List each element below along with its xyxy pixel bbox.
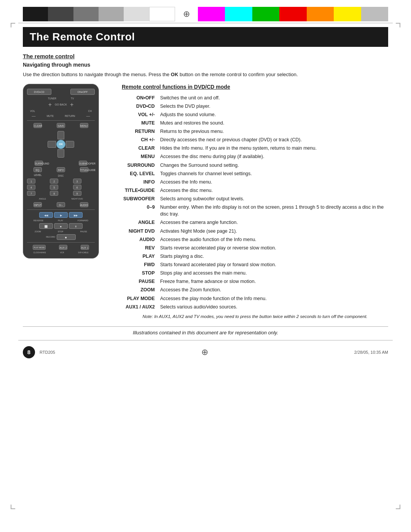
ok-btn[interactable]: OK [56, 140, 65, 149]
disc-row: DISC [27, 174, 95, 177]
info-btn[interactable]: INFO [57, 167, 65, 172]
dpad-up[interactable] [57, 131, 64, 139]
btn-8[interactable]: 8 [50, 191, 58, 196]
btn-4[interactable]: 4 [27, 185, 35, 190]
pause-btn[interactable]: ⏸ [69, 223, 83, 229]
btn-5[interactable]: 5 [50, 185, 58, 190]
function-key: SURROUND [122, 161, 159, 169]
play-mode-btn[interactable]: PLAY MODE [33, 245, 46, 250]
function-key: VOL +/- [122, 110, 159, 119]
bottom-mode-row: PLAY MODE AUX 2 AUX 1 [27, 245, 95, 250]
angle-label: ANGLE [39, 198, 46, 200]
input-btn[interactable]: INPUT [33, 202, 42, 207]
dpad-down[interactable] [57, 149, 64, 158]
dpad-right[interactable] [66, 141, 74, 148]
top-color-bar: ⊕ [23, 7, 388, 21]
two-col-layout: DVD•CD ON•OFF TUNER TV + GO BACK + [23, 84, 388, 320]
save-btn[interactable]: SAVE [57, 123, 65, 128]
rev-play-fwd-labels: REVERSE PLAY FORWARD [27, 219, 95, 222]
reverse-label: REVERSE [33, 219, 43, 222]
dpad: OK [48, 131, 74, 158]
function-key: 0–9 [122, 203, 159, 218]
clear-btn[interactable]: CLEAR [33, 123, 42, 128]
forward-btn[interactable]: ▶▶ [69, 212, 83, 218]
record-btn[interactable]: ⏺ [57, 234, 76, 240]
zero-btn[interactable]: 0/-- [57, 202, 65, 207]
function-key: MUTE [122, 119, 159, 127]
function-row: MENU Accesses the disc menu during play … [122, 152, 388, 161]
surround-btn[interactable]: SURROUND [35, 161, 43, 166]
color-lightgray [99, 7, 124, 21]
footer-illustration-note: Illustrations contained in this document… [23, 330, 388, 335]
function-row: CH +/- Directly accesses the next or pre… [122, 136, 388, 144]
function-desc: Selects various audio/video sources. [159, 303, 388, 311]
menu-btn[interactable]: MENU [80, 123, 88, 128]
btn-night-9[interactable]: 9 [73, 191, 81, 196]
disc-label: DISC [58, 174, 64, 177]
function-row: AUX1 / AUX2 Selects various audio/video … [122, 303, 388, 311]
dpad-left[interactable] [48, 141, 56, 148]
tuner-tv-row: TUNER TV [27, 97, 95, 100]
function-desc: Number entry. When the info display is n… [159, 203, 388, 218]
function-key: RETURN [122, 127, 159, 136]
function-row: MUTE Mutes and restores the sound. [122, 119, 388, 127]
zoom-label: ZOOM [35, 230, 41, 233]
footer-divider [23, 326, 388, 327]
function-row: 0–9 Number entry. When the info display … [122, 203, 388, 218]
note-text: Note: In AUX1, AUX2 and TV modes, you ne… [122, 313, 388, 320]
transport-row1: ◀◀ ▶ ▶▶ [27, 212, 95, 218]
color-orange [307, 7, 334, 21]
btn-6[interactable]: 6 [73, 185, 81, 190]
function-key: AUDIO [122, 235, 159, 244]
function-key: DVD•CD [122, 102, 159, 110]
color-verylightgray [124, 7, 149, 21]
function-row: PLAY Starts playing a disc. [122, 252, 388, 260]
subwoofer-btn[interactable]: SUBWOOFER [79, 161, 87, 166]
function-desc: Accesses the disc menu. [159, 186, 388, 195]
reverse-btn[interactable]: ◀◀ [39, 212, 53, 218]
function-row: EQ. LEVEL Toggles channels for channel l… [122, 169, 388, 178]
page-border-bottom [18, 340, 393, 340]
btn-1[interactable]: 1 [27, 179, 35, 184]
dvd-cd-btn[interactable]: DVD•CD [27, 89, 51, 95]
clock-wake-label: CLOCK•WAKE [33, 251, 46, 254]
intro-text: Use the direction buttons to navigate th… [23, 71, 335, 78]
aux1-btn[interactable]: AUX 1 [81, 245, 89, 250]
function-desc: Starts playing a disc. [159, 252, 388, 260]
audio-btn[interactable]: AUDIO [80, 202, 88, 207]
divider3 [27, 242, 95, 243]
stop-btn[interactable]: ■ [54, 223, 68, 229]
function-desc: Stops play and accesses the main menu. [159, 269, 388, 277]
clear-save-menu-row: CLEAR SAVE MENU [27, 123, 95, 128]
function-key: PLAY MODE [122, 294, 159, 303]
doc-id: RTD205 [40, 350, 55, 355]
aux2-btn[interactable]: AUX 2 [59, 245, 67, 250]
btn-2[interactable]: 2 [50, 179, 58, 184]
on-off-btn[interactable]: ON•OFF [70, 89, 95, 95]
functions-heading: Remote control functions in DVD/CD mode [122, 84, 388, 90]
btn-3[interactable]: 3 [73, 179, 81, 184]
function-row: AUDIO Accesses the audio function of the… [122, 235, 388, 244]
zoom-btn[interactable]: ⬜ [39, 223, 53, 229]
color-darkgray [48, 7, 73, 21]
eq-btn[interactable]: EQ. LEVEL [33, 167, 42, 172]
function-key: MENU [122, 152, 159, 161]
function-row: RETURN Returns to the previous menu. [122, 127, 388, 136]
btn-angle-7[interactable]: 7 [27, 191, 35, 196]
color-red [279, 7, 306, 21]
functions-col: Remote control functions in DVD/CD mode … [122, 84, 388, 320]
function-row: PAUSE Freeze frame, frame advance or slo… [122, 277, 388, 286]
tv-label: TV [71, 97, 74, 100]
transport-row2: ⬜ ■ ⏸ [27, 223, 95, 229]
color-white [149, 7, 175, 21]
title-guide-btn[interactable]: TITLE•GUIDE [80, 167, 88, 172]
goback-label: GO BACK [55, 103, 67, 106]
divider2 [27, 209, 95, 210]
function-desc: Hides the Info menu. If you are in the m… [159, 144, 388, 152]
num-grid: 1 2 3 4 5 6 7 8 9 [27, 179, 95, 196]
bottom-mode-labels: CLOCK•WAKE VCR SAT•CABLE [27, 251, 95, 254]
plus-goback-row: + GO BACK + [27, 101, 95, 108]
surround-subwoofer-row: SURROUND SUBWOOFER [27, 161, 95, 166]
function-row: INFO Accesses the Info menu. [122, 178, 388, 186]
play-btn[interactable]: ▶ [54, 212, 68, 218]
